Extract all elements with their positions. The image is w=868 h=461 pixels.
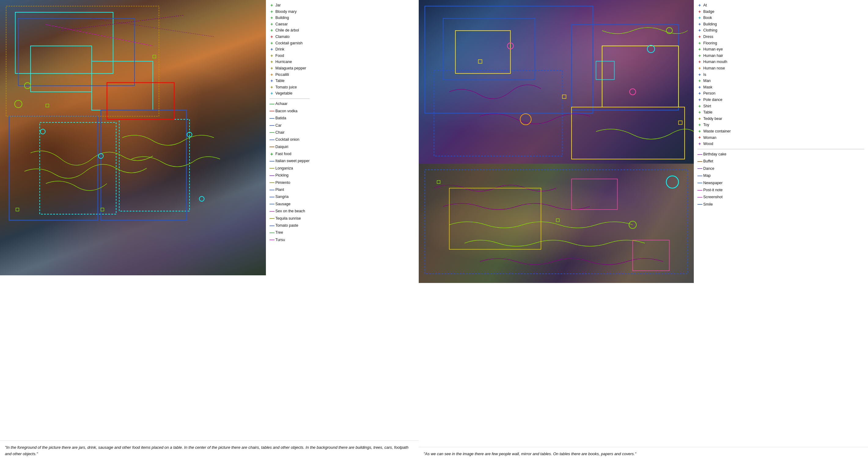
legend-item: +Chile de árbol [270,28,310,34]
svg-point-12 [40,129,45,134]
left-image [0,0,266,275]
svg-rect-4 [119,119,189,211]
legend-item: +Building [698,21,864,28]
legend-item: —Buffet [698,158,864,165]
svg-rect-40 [449,188,541,249]
svg-rect-19 [153,55,156,58]
legend-item: +Human eye [698,47,864,53]
legend-item: —Tomato paste [270,222,310,229]
legend-item: —Screenshot [698,194,864,201]
legend-item: —Achaar [270,100,310,107]
svg-rect-46 [633,240,669,271]
right-legend: +At +Badge +Book +Building +Clothing +Dr… [694,0,868,447]
legend-item: +At [698,2,864,8]
svg-point-41 [666,176,679,188]
legend-item: +Shirt [698,104,864,110]
legend-item: +Woman [698,135,864,141]
svg-rect-17 [101,208,104,211]
legend-col-1: +Jar +Bloody mary +Building +Caesar +Chi… [270,2,310,243]
legend-item: —Chair [270,129,310,136]
legend-item: —Italian sweet pepper [270,158,310,165]
legend-item: +Vegetable [270,91,310,97]
svg-rect-35 [562,95,566,98]
legend-item: +Jar [270,2,310,8]
legend-item: —Plant [270,186,310,193]
legend-item: —Smile [698,201,864,208]
svg-line-21 [46,25,153,46]
legend-item: +Table [698,110,864,116]
legend-item: —Tursu [270,236,310,243]
svg-point-15 [199,196,204,201]
legend-item: +Piccalilli [270,72,310,78]
legend-item: +Book [698,15,864,21]
legend-item: +Human nose [698,65,864,71]
legend-item: —Cocktail onion [270,137,310,143]
legend-item: +Pole dance [698,97,864,103]
svg-rect-6 [101,110,186,220]
svg-rect-1 [31,46,92,92]
legend-item: —Tree [270,229,310,236]
legend-item: +Food [270,53,310,59]
right-caption: "As we can see in the image there are fe… [419,447,868,461]
left-annotations [0,0,266,275]
svg-rect-27 [602,46,679,107]
svg-rect-23 [425,6,593,113]
svg-rect-36 [679,121,682,124]
legend-item: +Person [698,91,864,97]
legend-item: +Fast food [270,151,310,157]
svg-rect-28 [455,31,510,74]
svg-point-32 [647,45,655,53]
right-top-image [419,0,694,164]
legend-item: +Hurricane [270,59,310,65]
legend-item: +Clothing [698,28,864,34]
legend-item: +Toy [698,122,864,128]
legend-item: +Mask [698,84,864,91]
legend-item: —Post-it note [698,187,864,194]
legend-item: +Badge [698,9,864,15]
legend-item: +Table [270,78,310,84]
svg-point-31 [520,114,531,125]
left-caption: "In the foreground of the picture there … [0,440,419,461]
svg-point-37 [630,89,636,95]
svg-line-22 [92,18,214,37]
svg-point-10 [15,100,22,108]
right-bottom-annotations [419,164,694,283]
svg-rect-5 [9,116,98,220]
legend-item: —Longaniza [270,165,310,172]
legend-item: +Human hair [698,53,864,59]
legend-item: —Tequila sunrise [270,215,310,222]
legend-item: +Clamato [270,34,310,40]
legend-item: +Human mouth [698,59,864,65]
legend-item: +Dress [698,34,864,40]
legend-item: —Car [270,122,310,129]
legend-item: +Teddy bear [698,116,864,122]
svg-rect-30 [596,61,614,80]
svg-rect-0 [15,12,113,74]
legend-item: —Batida [270,115,310,122]
svg-rect-16 [16,208,19,211]
svg-line-20 [61,15,183,31]
legend-item: +Man [698,78,864,84]
svg-rect-45 [571,179,617,209]
legend-item: —Bacon vodka [270,108,310,114]
legend-item: —Daiquiri [270,143,310,150]
legend-item: +Cocktail garnish [270,40,310,47]
svg-rect-43 [437,180,440,183]
legend-item: —Dance [698,165,864,172]
legend-item: —Birthday cake [698,151,864,158]
legend-item: +Building [270,15,310,21]
legend-item: +Malagueta pepper [270,65,310,71]
legend-item: —Sex on the beach [270,208,310,215]
svg-rect-18 [46,104,49,107]
right-bottom-image [419,164,694,283]
legend-item: —Newspaper [698,179,864,186]
legend-item: +Tomato juice [270,84,310,91]
svg-rect-29 [571,107,685,159]
legend-item: —Map [698,173,864,179]
svg-rect-34 [478,60,482,63]
legend-item: —Sausage [270,201,310,207]
left-legend: +Jar +Bloody mary +Building +Caesar +Chi… [266,0,419,440]
legend-item: +Drink [270,47,310,53]
svg-rect-44 [556,219,559,222]
legend-item: +Waste container [698,128,864,135]
